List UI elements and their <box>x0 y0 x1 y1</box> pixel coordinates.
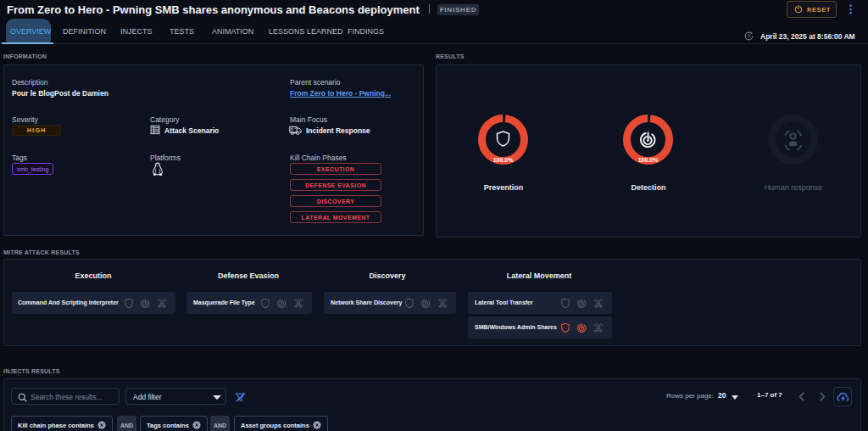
svg-text:100.0%: 100.0% <box>493 157 515 163</box>
svg-text:100.0%: 100.0% <box>638 157 659 163</box>
